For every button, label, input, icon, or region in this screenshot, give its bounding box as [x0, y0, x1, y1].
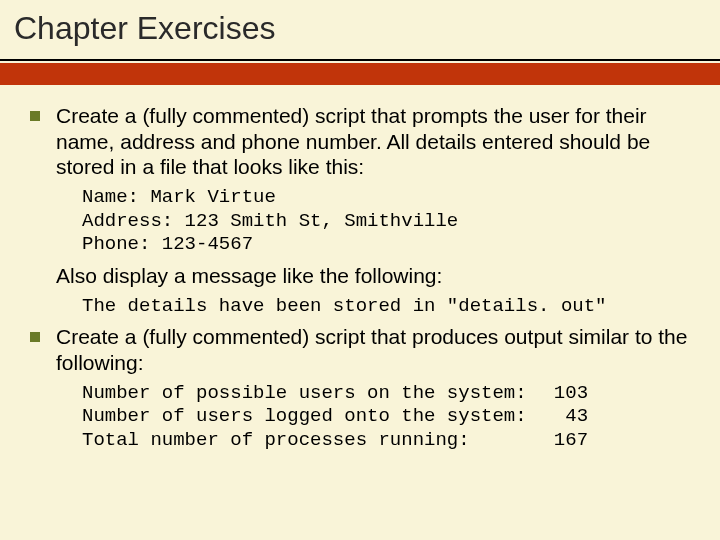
slide-title: Chapter Exercises	[14, 10, 720, 47]
bullet-icon	[30, 332, 40, 342]
code-block: The details have been stored in "details…	[82, 295, 690, 319]
stats-value: 43	[538, 405, 588, 429]
stats-label: Number of users logged onto the system:	[82, 405, 538, 429]
stats-label: Total number of processes running:	[82, 429, 538, 453]
bullet-text: Create a (fully commented) script that p…	[56, 103, 690, 180]
stats-value: 103	[538, 382, 588, 406]
slide: Chapter Exercises Create a (fully commen…	[0, 0, 720, 540]
code-block: Name: Mark Virtue Address: 123 Smith St,…	[82, 186, 690, 257]
followup-text: Also display a message like the followin…	[56, 263, 690, 289]
stats-row: Total number of processes running: 167	[82, 429, 690, 453]
bullet-icon	[30, 111, 40, 121]
list-item: Create a (fully commented) script that p…	[30, 103, 690, 180]
stats-row: Number of users logged onto the system: …	[82, 405, 690, 429]
stats-row: Number of possible users on the system: …	[82, 382, 690, 406]
divider	[0, 59, 720, 85]
divider-thick	[0, 63, 720, 85]
list-item: Create a (fully commented) script that p…	[30, 324, 690, 375]
divider-thin	[0, 59, 720, 61]
title-block: Chapter Exercises	[0, 0, 720, 47]
content-area: Create a (fully commented) script that p…	[0, 85, 720, 453]
bullet-text: Create a (fully commented) script that p…	[56, 324, 690, 375]
stats-label: Number of possible users on the system:	[82, 382, 538, 406]
stats-block: Number of possible users on the system: …	[82, 382, 690, 453]
stats-value: 167	[538, 429, 588, 453]
